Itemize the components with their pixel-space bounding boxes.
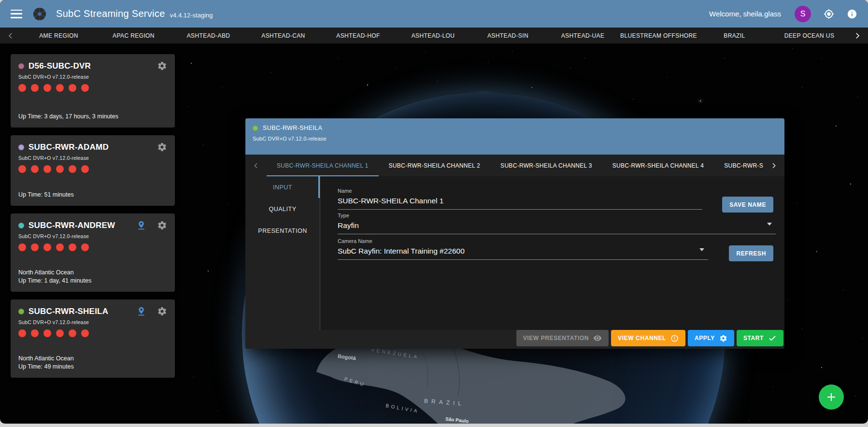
input-settings-panel: Name SUBC-RWR-SHEILA Channel 1 SAVE NAME…	[320, 176, 784, 330]
region-tab-ashtead-sin[interactable]: ASHTEAD-SIN	[470, 32, 545, 39]
device-version: SubC DVR+O v7.12.0-release	[18, 319, 167, 325]
status-dot	[18, 223, 24, 228]
device-uptime: Up Time: 3 days, 17 hours, 3 minutes	[18, 113, 167, 121]
pin-drop-icon[interactable]	[136, 306, 146, 316]
eye-icon	[593, 334, 602, 342]
region-tab-ashtead-can[interactable]: ASHTEAD-CAN	[246, 32, 321, 39]
channel-tab-2[interactable]: SUBC-RWR-SHEILA CHANNEL 2	[379, 155, 491, 176]
app-title: SubC Streaming Service	[56, 8, 165, 19]
region-tab-ashtead-hof[interactable]: ASHTEAD-HOF	[321, 32, 396, 39]
device-version: SubC DVR+O v7.12.0-release	[18, 155, 167, 161]
device-name: D56-SUBC-DVR	[28, 61, 91, 71]
region-tab-ashtead-abd[interactable]: ASHTEAD-ABD	[171, 32, 246, 39]
channel-tab-4[interactable]: SUBC-RWR-SHEILA CHANNEL 4	[602, 155, 714, 176]
app-window: Bogotá VENEZUELA PERU BOLIVIA BRAZIL São…	[0, 0, 868, 424]
region-tab-ame[interactable]: AME REGION	[21, 32, 96, 39]
app-bar-right: Welcome, sheila.glass S	[709, 6, 857, 22]
device-version: SubC DVR+O v7.12.0-release	[18, 233, 167, 239]
dialog-footer: VIEW PRESENTATION VIEW CHANNEL APPLY STA…	[245, 330, 784, 349]
save-name-button[interactable]: SAVE NAME	[722, 197, 773, 213]
gear-icon[interactable]	[157, 142, 167, 152]
type-select[interactable]: Type Rayfin	[338, 213, 776, 234]
dialog-body: INPUT QUALITY PRESENTATION Name SUBC-RWR…	[245, 176, 784, 330]
type-value: Rayfin	[338, 221, 776, 234]
device-name: SUBC-RWR-ADAMD	[28, 142, 109, 152]
welcome-text: Welcome, sheila.glass	[709, 10, 781, 18]
channel-scroll-right-icon[interactable]	[763, 155, 784, 176]
device-uptime: Up Time: 51 minutes	[18, 191, 167, 199]
name-input[interactable]: SUBC-RWR-SHEILA Channel 1	[338, 197, 702, 209]
status-dot	[18, 309, 24, 314]
app-bar: SubC Streaming Service v4.4.12-staging W…	[0, 0, 868, 28]
info-icon[interactable]	[847, 9, 857, 19]
settings-nav: INPUT QUALITY PRESENTATION	[245, 176, 320, 330]
device-name: SUBC-RWR-SHEILA	[28, 307, 108, 316]
region-tab-ashtead-uae[interactable]: ASHTEAD-UAE	[545, 32, 620, 39]
add-device-fab[interactable]	[819, 384, 844, 410]
view-channel-button[interactable]: VIEW CHANNEL	[611, 330, 685, 346]
device-uptime: Up Time: 49 minutes	[18, 363, 167, 371]
pin-drop-icon[interactable]	[136, 220, 146, 230]
region-tab-brazil[interactable]: BRAZIL	[697, 32, 772, 39]
aperture-logo	[33, 7, 46, 21]
region-tab-ashtead-lou[interactable]: ASHTEAD-LOU	[396, 32, 470, 39]
status-dot	[18, 63, 24, 69]
channel-status-dots	[18, 165, 167, 173]
type-label: Type	[338, 213, 776, 218]
nav-item-input[interactable]: INPUT	[245, 176, 320, 198]
device-card-subc-rwr-sheila[interactable]: SUBC-RWR-SHEILA SubC DVR+O v7.12.0-relea…	[11, 299, 175, 378]
channel-tab-bar: SUBC-RWR-SHEILA CHANNEL 1 SUBC-RWR-SHEIL…	[245, 155, 784, 176]
plus-icon	[825, 391, 837, 403]
status-dot	[18, 144, 24, 150]
apply-button[interactable]: APPLY	[688, 330, 734, 346]
region-tab-apac[interactable]: APAC REGION	[96, 32, 171, 39]
camera-name-select[interactable]: Camera Name SubC Rayfin: Internal Traini…	[338, 238, 708, 260]
channel-status-dots	[18, 84, 167, 92]
device-config-dialog: SUBC-RWR-SHEILA SubC DVR+O v7.12.0-relea…	[245, 118, 784, 349]
channel-tab-1[interactable]: SUBC-RWR-SHEILA CHANNEL 1	[267, 155, 379, 176]
nav-item-quality[interactable]: QUALITY	[245, 198, 320, 220]
gear-icon[interactable]	[157, 61, 167, 71]
channel-tab-5[interactable]: SUBC-RWR-SHEIL	[714, 155, 763, 176]
device-card-subc-rwr-andrew[interactable]: SUBC-RWR-ANDREW SubC DVR+O v7.12.0-relea…	[11, 214, 175, 292]
device-version: SubC DVR+O v7.12.0-release	[18, 74, 167, 80]
chevron-down-icon	[699, 248, 704, 254]
view-presentation-button[interactable]: VIEW PRESENTATION	[516, 330, 609, 346]
device-uptime: Up Time: 1 day, 41 minutes	[18, 277, 167, 285]
camera-name-label: Camera Name	[338, 238, 708, 244]
channel-status-dots	[18, 243, 167, 251]
gear-icon[interactable]	[157, 306, 167, 316]
start-button[interactable]: START	[737, 330, 783, 346]
device-card-d56-subc-dvr[interactable]: D56-SUBC-DVR SubC DVR+O v7.12.0-release …	[11, 54, 175, 128]
name-label: Name	[338, 188, 702, 194]
check-icon	[768, 334, 777, 342]
gear-icon[interactable]	[157, 220, 167, 230]
region-tab-bluestream[interactable]: BLUESTREAM OFFSHORE	[620, 32, 697, 39]
name-field[interactable]: Name SUBC-RWR-SHEILA Channel 1	[338, 188, 702, 210]
refresh-button[interactable]: REFRESH	[729, 245, 773, 261]
channel-tab-3[interactable]: SUBC-RWR-SHEILA CHANNEL 3	[490, 155, 602, 176]
channel-status-dots	[18, 329, 167, 337]
chevron-down-icon	[767, 223, 772, 228]
region-tab-bar: AME REGION APAC REGION ASHTEAD-ABD ASHTE…	[0, 28, 868, 43]
my-location-icon[interactable]	[824, 9, 834, 19]
alert-icon	[670, 334, 679, 342]
dialog-device-version: SubC DVR+O v7.12.0-release	[253, 136, 777, 142]
device-card-subc-rwr-adamd[interactable]: SUBC-RWR-ADAMD SubC DVR+O v7.12.0-releas…	[11, 135, 175, 206]
dialog-device-name: SUBC-RWR-SHEILA	[263, 125, 322, 131]
device-location: North Atlantic Ocean	[18, 269, 167, 277]
status-dot	[253, 126, 258, 131]
user-avatar[interactable]: S	[795, 6, 811, 22]
device-location: North Atlantic Ocean	[18, 355, 167, 363]
device-list: D56-SUBC-DVR SubC DVR+O v7.12.0-release …	[11, 54, 175, 378]
region-tab-deep-ocean[interactable]: DEEP OCEAN US	[772, 32, 847, 39]
screen: Bogotá VENEZUELA PERU BOLIVIA BRAZIL São…	[0, 0, 868, 427]
device-name: SUBC-RWR-ANDREW	[28, 221, 115, 230]
channel-scroll-left-icon[interactable]	[245, 155, 267, 176]
nav-item-presentation[interactable]: PRESENTATION	[245, 220, 320, 242]
menu-icon[interactable]	[11, 10, 22, 18]
app-version: v4.4.12-staging	[170, 9, 213, 19]
dialog-header: SUBC-RWR-SHEILA SubC DVR+O v7.12.0-relea…	[245, 118, 784, 155]
region-scroll-right-icon[interactable]	[847, 31, 868, 40]
region-scroll-left-icon[interactable]	[0, 31, 21, 40]
